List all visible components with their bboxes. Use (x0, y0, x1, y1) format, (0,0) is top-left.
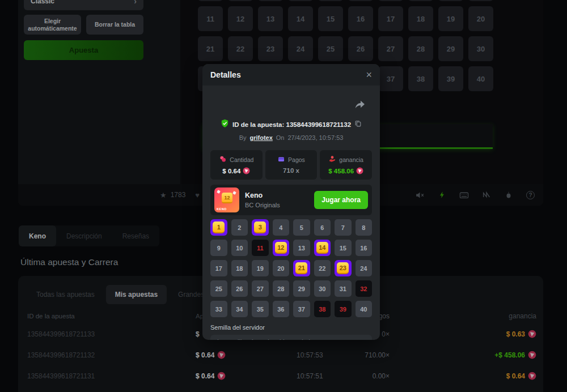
game-name: Keno (245, 191, 280, 199)
result-cell-15: 15 (335, 240, 352, 256)
keno-thumbnail[interactable]: 12 KENO (214, 188, 239, 212)
close-icon[interactable]: × (366, 70, 372, 80)
bet-id-text: ID de la apuesta: 135844399618721132 (232, 121, 351, 128)
result-cell-39: 39 (335, 301, 352, 317)
payout-icon (328, 155, 336, 164)
result-cell-33: 33 (210, 301, 227, 317)
result-cell-21: 21 (293, 260, 310, 276)
result-cell-23: 23 (335, 260, 352, 276)
result-cell-35: 35 (252, 301, 269, 317)
stat-payout: Pagos 710 x (265, 150, 318, 180)
modal-header: Detalles × (202, 64, 380, 86)
result-cell-38: 38 (314, 301, 331, 317)
coins-icon (219, 155, 227, 164)
result-cell-5: 5 (293, 219, 310, 236)
result-cell-6: 6 (314, 219, 331, 236)
result-cell-28: 28 (273, 280, 290, 297)
card-icon (277, 156, 285, 164)
result-cell-3: 3 (252, 219, 269, 236)
result-cell-34: 34 (231, 301, 248, 317)
by-label: By (239, 134, 247, 141)
verified-shield-icon[interactable] (221, 119, 229, 130)
copy-icon[interactable] (354, 120, 362, 130)
result-cell-32: 32 (356, 280, 373, 297)
result-cell-10: 10 (231, 240, 248, 256)
result-cell-7: 7 (335, 219, 352, 236)
trx-coin-icon (243, 167, 250, 174)
result-cell-16: 16 (356, 240, 373, 256)
result-grid: 1234567891011121314151617181920212223242… (210, 219, 372, 317)
result-cell-14: 14 (314, 240, 331, 256)
play-now-button[interactable]: Jugar ahora (314, 191, 368, 209)
bet-stats: Cantidad $ 0.64 Pagos 710 x (210, 150, 372, 180)
server-seed-label: Semilla del servidor (210, 324, 372, 331)
result-cell-18: 18 (231, 260, 248, 276)
result-cell-36: 36 (273, 301, 290, 317)
bet-datetime: 27/4/2023, 10:57:53 (288, 134, 344, 141)
details-modal: Detalles × ID de la apuesta: 13584439961… (202, 64, 380, 340)
result-cell-27: 27 (252, 280, 269, 297)
server-seed-field[interactable]: La semilla aún no ha sido revelada (210, 335, 372, 340)
result-cell-24: 24 (356, 260, 373, 276)
game-provider: BC Originals (245, 202, 280, 208)
result-cell-25: 25 (210, 280, 227, 297)
stat-profit: ganancia $ 458.06 (320, 150, 372, 180)
result-cell-2: 2 (231, 219, 248, 236)
result-cell-9: 9 (210, 240, 227, 256)
result-cell-12: 12 (273, 240, 290, 256)
result-cell-1: 1 (210, 219, 227, 236)
result-cell-11: 11 (252, 240, 269, 256)
trx-coin-icon (356, 167, 363, 174)
result-cell-22: 22 (314, 260, 331, 276)
result-cell-13: 13 (293, 240, 310, 256)
result-cell-17: 17 (210, 260, 227, 276)
result-cell-20: 20 (273, 260, 290, 276)
stat-amount: Cantidad $ 0.64 (210, 150, 263, 180)
modal-title: Detalles (210, 70, 241, 79)
result-cell-37: 37 (293, 301, 310, 317)
username-link[interactable]: grifotex (249, 134, 272, 141)
game-card: 12 KENO Keno BC Originals Jugar ahora (210, 185, 372, 215)
share-icon[interactable] (354, 100, 365, 112)
on-label: On (276, 134, 285, 141)
result-cell-30: 30 (314, 280, 331, 297)
result-cell-31: 31 (335, 280, 352, 297)
result-cell-26: 26 (231, 280, 248, 297)
result-cell-19: 19 (252, 260, 269, 276)
result-cell-4: 4 (273, 219, 290, 236)
result-cell-40: 40 (356, 301, 373, 317)
result-cell-8: 8 (356, 219, 373, 236)
result-cell-29: 29 (293, 280, 310, 297)
